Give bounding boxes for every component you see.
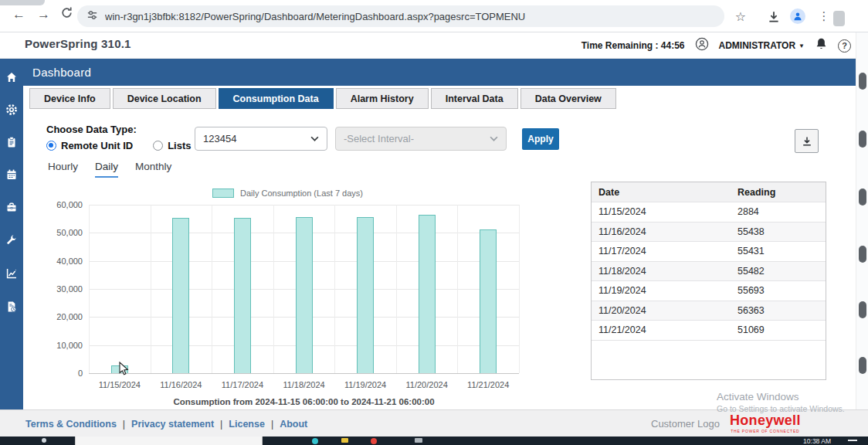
- cell-reading: 55438: [734, 226, 826, 237]
- folder-icon[interactable]: [341, 438, 348, 443]
- bar-11-18-2024[interactable]: [296, 217, 313, 373]
- gear-icon: [5, 104, 18, 119]
- x-axis-tick: 11/19/2024: [334, 380, 396, 389]
- footer-link-about[interactable]: About: [280, 419, 307, 430]
- radio-lists-label: Lists: [168, 140, 191, 151]
- interval-placeholder: -Select Interval-: [344, 133, 414, 144]
- table-row[interactable]: 11/20/202456363: [592, 301, 826, 321]
- refresh-icon[interactable]: [60, 6, 73, 23]
- table-body: 11/15/2024288411/16/20245543811/17/20245…: [592, 202, 826, 341]
- link-separator: |: [123, 419, 125, 430]
- bar-11-17-2024[interactable]: [234, 218, 251, 373]
- profile-avatar[interactable]: [790, 8, 805, 24]
- sidebar-item-home[interactable]: [0, 67, 23, 90]
- legend-label: Daily Consumption (Last 7 days): [240, 189, 363, 198]
- sidebar: [0, 59, 23, 409]
- windows-taskbar[interactable]: 10:38 AM: [0, 437, 868, 445]
- subtab-daily[interactable]: Daily: [95, 161, 118, 178]
- table-header-row: Date Reading: [592, 182, 826, 202]
- user-icon: [695, 37, 709, 54]
- scroll-marker: [859, 301, 866, 318]
- right-scroll-strip[interactable]: [856, 32, 868, 437]
- cell-reading: 55482: [734, 266, 826, 277]
- y-axis-tick: 60,000: [44, 200, 83, 209]
- chart-legend: Daily Consumption (Last 7 days): [212, 189, 363, 198]
- chart-caption: Consumption from 2024-11-15 06:00:00 to …: [89, 397, 519, 406]
- subtab-hourly[interactable]: Hourly: [48, 161, 78, 178]
- page-title: Dashboard: [32, 66, 91, 79]
- footer-link-terms-conditions[interactable]: Terms & Conditions: [25, 419, 117, 430]
- sidebar-item-calendar[interactable]: [0, 165, 23, 188]
- browser-menu-icon[interactable]: ⋮: [815, 8, 832, 25]
- app-title: PowerSpring 310.1: [25, 37, 131, 50]
- table-row[interactable]: 11/21/202451069: [592, 321, 826, 341]
- toolbox-icon: [5, 201, 18, 216]
- chevron-down-icon: [490, 136, 498, 142]
- cell-reading: 51069: [734, 324, 826, 335]
- bar-11-20-2024[interactable]: [419, 215, 436, 373]
- bookmark-star-icon[interactable]: ☆: [732, 8, 749, 25]
- site-settings-icon[interactable]: [86, 9, 98, 24]
- sidebar-item-chart[interactable]: [0, 263, 23, 287]
- clipboard-icon: [5, 136, 18, 151]
- chevron-down-icon: [310, 136, 319, 142]
- gridline: [396, 205, 397, 373]
- window-icon[interactable]: [415, 438, 422, 443]
- radio-remote-label: Remote Unit ID: [61, 140, 133, 151]
- apply-button[interactable]: Apply: [522, 128, 559, 150]
- url-bar[interactable]: win-r3gn1j3bfbk:8182/PowerSpring/Dashboa…: [77, 5, 724, 27]
- table-row[interactable]: 11/15/20242884: [592, 202, 826, 222]
- cell-reading: 55693: [734, 285, 826, 296]
- subtab-monthly[interactable]: Monthly: [135, 161, 171, 178]
- tab-alarm-history[interactable]: Alarm History: [336, 88, 429, 109]
- radio-lists-icon[interactable]: [153, 141, 163, 151]
- bar-11-19-2024[interactable]: [357, 217, 374, 373]
- table-row[interactable]: 11/18/202455482: [592, 262, 826, 282]
- start-icon[interactable]: [42, 438, 46, 443]
- back-icon[interactable]: ←: [12, 7, 25, 22]
- sidebar-item-report[interactable]: [0, 297, 23, 320]
- notifications-bell-icon[interactable]: [815, 37, 828, 54]
- export-download-button[interactable]: [795, 129, 819, 153]
- tab-device-info[interactable]: Device Info: [29, 88, 110, 109]
- forward-icon[interactable]: →: [37, 7, 50, 22]
- taskbar-app-icon[interactable]: [312, 438, 318, 444]
- gridline: [334, 205, 335, 373]
- taskbar-search-box[interactable]: [75, 437, 263, 445]
- table-row[interactable]: 11/16/202455438: [592, 222, 826, 243]
- table-row[interactable]: 11/17/202455431: [592, 242, 826, 262]
- tab-data-overview[interactable]: Data Overview: [520, 88, 616, 109]
- bar-11-21-2024[interactable]: [480, 229, 497, 373]
- radio-remote-icon[interactable]: [46, 141, 56, 151]
- tab-interval-data[interactable]: Interval Data: [431, 88, 518, 109]
- cell-date: 11/18/2024: [592, 266, 734, 277]
- show-desktop-button[interactable]: [848, 440, 857, 441]
- sidebar-item-wrench[interactable]: [0, 230, 23, 253]
- url-text[interactable]: win-r3gn1j3bfbk:8182/PowerSpring/Dashboa…: [105, 11, 525, 22]
- tab-device-location[interactable]: Device Location: [113, 88, 216, 109]
- report-icon: [5, 301, 18, 316]
- radio-lists[interactable]: Lists: [153, 140, 191, 151]
- y-axis-tick: 20,000: [44, 312, 83, 321]
- download-icon: [801, 135, 813, 148]
- sidebar-item-gear[interactable]: [0, 100, 23, 123]
- cell-date: 11/16/2024: [592, 226, 734, 237]
- taskbar-app-icon[interactable]: [371, 438, 377, 444]
- bar-11-16-2024[interactable]: [172, 218, 189, 373]
- unit-id-select[interactable]: 123454: [195, 127, 327, 151]
- legend-swatch: [212, 189, 234, 198]
- y-axis-tick: 50,000: [44, 228, 83, 237]
- data-type-radio-group: Remote Unit ID Lists: [46, 140, 192, 151]
- user-menu[interactable]: ADMINISTRATOR ▼: [719, 40, 805, 51]
- radio-remote-unit-id[interactable]: Remote Unit ID: [46, 140, 133, 151]
- footer-link-privacy-statement[interactable]: Privacy statement: [131, 419, 214, 430]
- help-icon[interactable]: ?: [838, 39, 851, 53]
- sidebar-item-clipboard[interactable]: [0, 132, 23, 155]
- sidebar-item-toolbox[interactable]: [0, 197, 23, 220]
- table-row[interactable]: 11/19/202455693: [592, 281, 826, 301]
- honeywell-wordmark: Honeywell: [730, 413, 801, 429]
- downloads-icon[interactable]: [765, 8, 782, 25]
- x-axis-tick: 11/20/2024: [396, 380, 458, 389]
- tab-consumption-data[interactable]: Consumption Data: [219, 88, 334, 109]
- footer-link-license[interactable]: License: [229, 419, 265, 430]
